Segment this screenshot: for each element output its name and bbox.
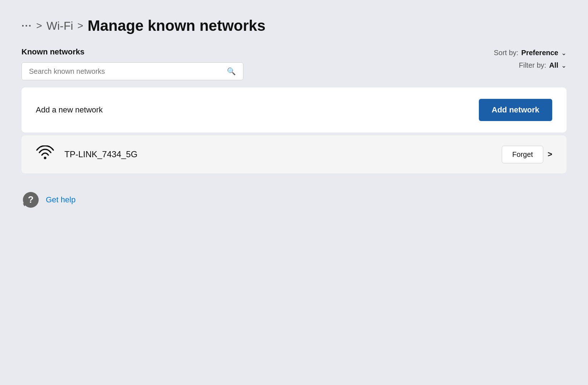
filter-control[interactable]: Filter by: All ⌄ [519, 61, 567, 69]
get-help-link[interactable]: Get help [46, 195, 76, 204]
filter-value: All [549, 61, 558, 69]
cards-container: Add a new network Add network [21, 87, 567, 173]
help-icon: ? [21, 191, 40, 209]
filter-label: Filter by: [519, 61, 546, 69]
get-help-section: ? Get help [21, 191, 567, 209]
left-controls: Known networks 🔍 [21, 47, 243, 80]
add-network-button[interactable]: Add network [479, 99, 552, 121]
right-controls: Sort by: Preference ⌄ Filter by: All ⌄ [494, 47, 567, 69]
chevron-right-icon[interactable]: > [548, 150, 552, 159]
sort-control[interactable]: Sort by: Preference ⌄ [494, 49, 567, 57]
wifi-icon [36, 145, 54, 163]
breadcrumb-separator-1: > [36, 20, 42, 32]
network-row: TP-LINK_7434_5G Forget > [21, 135, 567, 173]
forget-button[interactable]: Forget [502, 146, 543, 163]
sort-value: Preference [521, 49, 558, 57]
known-networks-label: Known networks [21, 47, 243, 57]
page-title: Manage known networks [88, 17, 266, 34]
search-icon: 🔍 [227, 67, 236, 76]
network-name: TP-LINK_7434_5G [64, 149, 137, 159]
breadcrumb: ··· > Wi-Fi > Manage known networks [21, 17, 567, 34]
breadcrumb-separator-2: > [77, 20, 83, 32]
breadcrumb-wifi[interactable]: Wi-Fi [47, 19, 73, 33]
top-controls: Known networks 🔍 Sort by: Preference ⌄ F… [21, 47, 567, 80]
content-area: Known networks 🔍 Sort by: Preference ⌄ F… [21, 47, 567, 209]
network-right: Forget > [502, 146, 552, 163]
svg-text:?: ? [28, 194, 34, 205]
search-box[interactable]: 🔍 [21, 62, 243, 80]
search-input[interactable] [29, 67, 223, 76]
page-container: ··· > Wi-Fi > Manage known networks Know… [0, 0, 588, 385]
breadcrumb-dots[interactable]: ··· [21, 20, 32, 32]
chevron-down-icon: ⌄ [561, 49, 567, 57]
add-network-card: Add a new network Add network [21, 87, 567, 133]
add-network-description: Add a new network [36, 105, 103, 115]
chevron-down-icon-filter: ⌄ [561, 62, 567, 69]
sort-label: Sort by: [494, 49, 519, 57]
svg-point-0 [44, 157, 47, 159]
network-left: TP-LINK_7434_5G [36, 145, 137, 163]
